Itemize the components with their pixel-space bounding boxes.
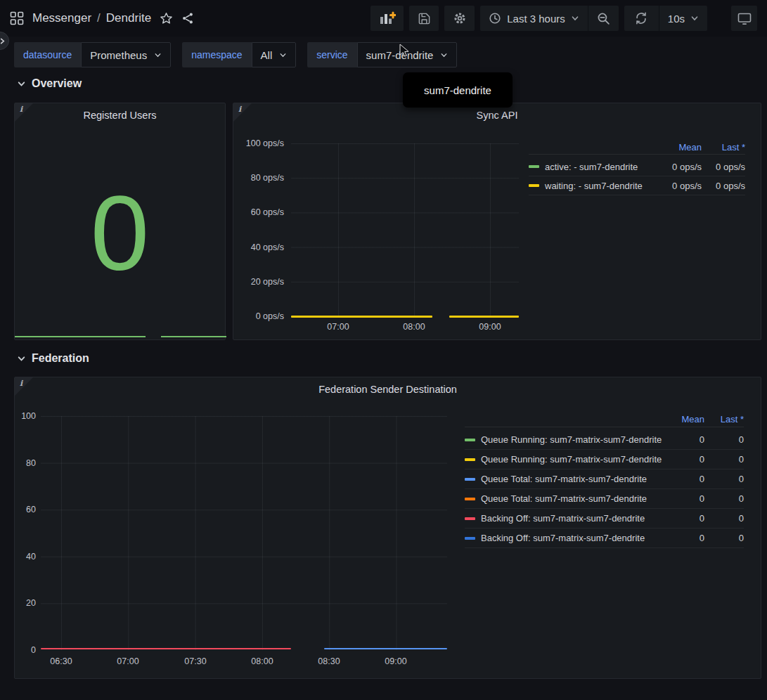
section-federation[interactable]: Federation	[17, 352, 89, 365]
series-mean: 0	[662, 533, 704, 543]
series-label[interactable]: waiting: - sum7-dendrite	[545, 181, 650, 191]
series-last: 0	[704, 454, 744, 465]
refresh-group: 10s	[624, 6, 707, 31]
series-mean: 0	[662, 493, 704, 504]
save-dashboard-button[interactable]	[409, 6, 439, 31]
variable-datasource-value: Prometheus	[90, 49, 147, 61]
variable-service: service sum7-dendrite	[307, 42, 457, 67]
x-axis-tick: 09:00	[479, 321, 501, 332]
dashboard-settings-button[interactable]	[444, 6, 475, 31]
refresh-icon	[634, 11, 648, 25]
refresh-button[interactable]	[624, 6, 659, 31]
variables-row: datasource Prometheus namespace All serv…	[0, 42, 767, 67]
dashboards-grid-icon[interactable]	[10, 11, 24, 25]
series-label[interactable]: Queue Running: sum7-matrix-sum7-dendrite	[481, 454, 662, 465]
legend-col-last[interactable]: Last *	[702, 142, 745, 153]
y-axis-tick: 80 ops/s	[233, 172, 284, 183]
series-mean: 0	[662, 474, 704, 484]
variable-namespace: namespace All	[182, 42, 296, 67]
variable-namespace-value: All	[261, 49, 273, 61]
legend-row: Backing Off: sum7-matrix-sum7-dendrite 0…	[465, 509, 744, 529]
time-range-picker[interactable]: Last 3 hours	[480, 6, 588, 31]
y-axis-tick: 40	[15, 551, 36, 562]
legend-col-mean[interactable]: Mean	[662, 414, 704, 424]
y-axis-tick: 100 ops/s	[233, 138, 284, 149]
toolbar: Last 3 hours	[370, 6, 757, 31]
clock-icon	[489, 12, 501, 25]
legend-row: Queue Total: sum7-matrix-sum7-dendrite 0…	[465, 489, 744, 509]
save-icon	[418, 12, 431, 25]
legend-row: waiting: - sum7-dendrite 0 ops/s 0 ops/s	[529, 176, 745, 195]
section-overview[interactable]: Overview	[17, 77, 82, 90]
series-swatch[interactable]	[465, 517, 475, 520]
series-line-waiting	[449, 316, 519, 318]
series-last: 0	[704, 533, 744, 543]
legend-col-mean[interactable]: Mean	[650, 142, 702, 153]
panel-title[interactable]: Sync API	[233, 110, 761, 121]
series-swatch[interactable]	[465, 458, 475, 461]
panel-title[interactable]: Registerd Users	[15, 110, 225, 121]
series-swatch[interactable]	[465, 439, 475, 441]
series-label[interactable]: Queue Total: sum7-matrix-sum7-dendrite	[481, 474, 662, 484]
series-swatch[interactable]	[465, 537, 475, 540]
series-mean: 0	[662, 513, 704, 524]
star-icon[interactable]	[160, 12, 173, 25]
chevron-down-icon	[440, 51, 448, 59]
y-axis-tick: 20 ops/s	[233, 276, 284, 287]
variable-datasource-dropdown[interactable]: Prometheus	[81, 42, 171, 67]
tv-mode-button[interactable]	[731, 6, 757, 31]
y-axis-tick: 80	[15, 458, 36, 469]
series-label[interactable]: Queue Running: sum7-matrix-sum7-dendrite	[481, 434, 662, 445]
refresh-interval-label: 10s	[668, 13, 685, 25]
series-label[interactable]: active: - sum7-dendrite	[545, 162, 650, 172]
variable-service-dropdown[interactable]: sum7-dendrite	[357, 42, 458, 67]
x-axis-tick: 07:30	[184, 656, 206, 667]
chevron-down-icon	[690, 14, 699, 22]
breadcrumb-dashboard[interactable]: Dendrite	[106, 11, 151, 25]
legend-table: Mean Last * active: - sum7-dendrite 0 op…	[529, 140, 745, 195]
stat-sparkline-segment	[15, 336, 146, 337]
section-overview-title: Overview	[32, 77, 82, 90]
legend-row: Queue Total: sum7-matrix-sum7-dendrite 0…	[465, 469, 744, 489]
series-last: 0	[704, 434, 744, 445]
series-label[interactable]: Backing Off: sum7-matrix-sum7-dendrite	[481, 513, 662, 524]
legend-header: Mean Last *	[465, 411, 744, 427]
series-swatch[interactable]	[529, 184, 539, 187]
monitor-icon	[737, 12, 752, 25]
x-axis-tick: 07:00	[327, 321, 349, 332]
zoom-out-icon	[597, 12, 610, 25]
series-last: 0	[704, 513, 744, 524]
series-last: 0 ops/s	[702, 162, 745, 172]
legend-row: Queue Running: sum7-matrix-sum7-dendrite…	[465, 450, 744, 469]
add-panel-icon	[379, 11, 396, 25]
series-last: 0	[704, 493, 744, 504]
stat-value: 0	[15, 181, 225, 286]
breadcrumb-folder[interactable]: Messenger	[32, 11, 91, 25]
sync-api-plot-area[interactable]	[291, 143, 519, 316]
refresh-interval-dropdown[interactable]: 10s	[659, 6, 707, 31]
variable-namespace-dropdown[interactable]: All	[252, 42, 297, 67]
add-panel-button[interactable]	[370, 6, 404, 31]
legend-col-last[interactable]: Last *	[704, 414, 744, 424]
series-mean: 0	[662, 454, 704, 465]
series-mean: 0 ops/s	[650, 162, 702, 172]
series-mean: 0	[662, 434, 704, 445]
zoom-out-time-button[interactable]	[588, 6, 619, 31]
series-mean: 0 ops/s	[650, 181, 702, 191]
chevron-right-icon	[0, 37, 6, 45]
series-swatch[interactable]	[465, 478, 475, 481]
federation-plot-area[interactable]	[41, 416, 447, 650]
top-nav: Messenger / Dendrite	[0, 0, 767, 37]
share-icon[interactable]	[181, 12, 194, 25]
y-axis-tick: 0 ops/s	[233, 311, 284, 322]
x-axis-tick: 08:00	[403, 321, 425, 332]
y-axis-tick: 100	[15, 410, 36, 422]
series-swatch[interactable]	[529, 165, 539, 168]
series-line-waiting	[291, 316, 432, 318]
series-label[interactable]: Queue Total: sum7-matrix-sum7-dendrite	[481, 493, 662, 504]
panel-title[interactable]: Federation Sender Destination	[15, 384, 761, 395]
gear-icon	[453, 11, 467, 25]
series-swatch[interactable]	[465, 498, 475, 500]
x-axis-tick: 08:00	[251, 656, 273, 667]
series-label[interactable]: Backing Off: sum7-matrix-sum7-dendrite	[481, 533, 662, 543]
